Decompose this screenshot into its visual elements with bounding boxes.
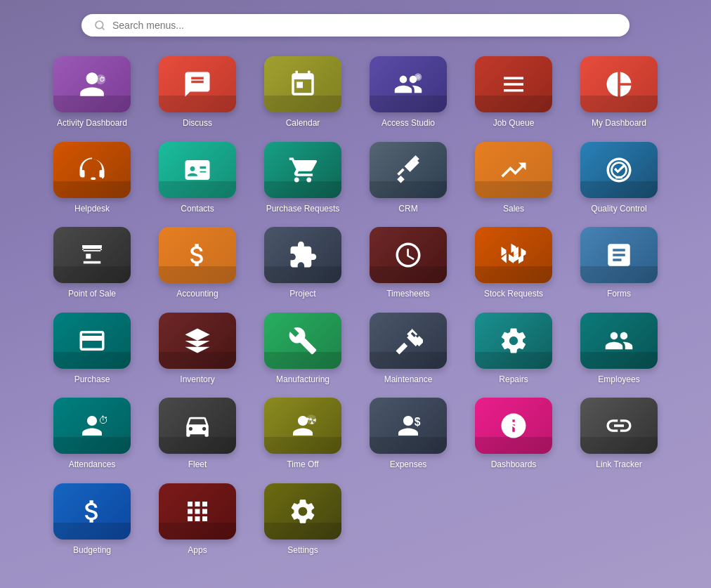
- app-item-link-tracker[interactable]: Link Tracker: [570, 398, 668, 471]
- app-label-attendances: Attendances: [69, 459, 116, 471]
- app-item-maintenance[interactable]: Maintenance: [359, 313, 457, 386]
- app-icon-point-of-sale: [53, 227, 131, 283]
- search-icon: [94, 20, 105, 31]
- app-label-purchase-requests: Purchase Requests: [266, 204, 340, 215]
- app-label-timesheets: Timesheets: [386, 289, 430, 300]
- app-icon-settings: [264, 483, 341, 540]
- app-label-forms: Forms: [607, 289, 631, 300]
- app-item-time-off[interactable]: Time Off: [254, 398, 352, 471]
- svg-text:⏱: ⏱: [98, 414, 107, 426]
- app-icon-accounting: [159, 227, 236, 283]
- app-item-stock-requests[interactable]: Stock Requests: [464, 227, 563, 300]
- app-item-contacts[interactable]: Contacts: [148, 142, 247, 215]
- app-item-fleet[interactable]: Fleet: [148, 398, 247, 471]
- app-item-purchase-requests[interactable]: Purchase Requests: [254, 142, 352, 215]
- app-grid: ⏱Activity DashboardDiscussCalendar⚙Acces…: [14, 56, 697, 556]
- app-label-apps: Apps: [188, 545, 207, 556]
- app-icon-inventory: [159, 313, 236, 369]
- app-icon-crm: [370, 142, 447, 198]
- app-label-settings: Settings: [287, 545, 318, 556]
- search-wrapper: [14, 14, 697, 37]
- app-item-inventory[interactable]: Inventory: [148, 313, 247, 386]
- app-icon-job-queue: [475, 56, 552, 112]
- app-item-discuss[interactable]: Discuss: [148, 56, 247, 129]
- app-item-employees[interactable]: Employees: [570, 313, 668, 386]
- app-icon-repairs: [475, 313, 552, 369]
- app-icon-timesheets: [370, 227, 447, 283]
- app-label-inventory: Inventory: [180, 374, 214, 386]
- app-label-manufacturing: Manufacturing: [276, 374, 330, 386]
- search-input[interactable]: [112, 20, 617, 31]
- app-item-helpdesk[interactable]: Helpdesk: [43, 142, 141, 215]
- app-item-manufacturing[interactable]: Manufacturing: [254, 313, 352, 386]
- app-item-job-queue[interactable]: Job Queue: [464, 56, 563, 129]
- app-icon-discuss: [159, 56, 236, 112]
- app-label-accounting: Accounting: [176, 289, 218, 300]
- app-item-my-dashboard[interactable]: My Dashboard: [570, 56, 668, 129]
- app-label-job-queue: Job Queue: [493, 118, 535, 129]
- app-label-employees: Employees: [598, 374, 639, 386]
- app-icon-time-off: [264, 398, 341, 454]
- app-icon-manufacturing: [264, 313, 341, 369]
- app-item-sales[interactable]: Sales: [464, 142, 563, 215]
- app-item-purchase[interactable]: Purchase: [43, 313, 141, 386]
- app-icon-quality-control: [580, 142, 658, 198]
- app-icon-purchase: [53, 313, 131, 369]
- svg-text:$: $: [415, 416, 421, 428]
- app-label-maintenance: Maintenance: [384, 374, 433, 386]
- app-icon-stock-requests: [475, 227, 552, 283]
- app-item-crm[interactable]: CRM: [359, 142, 457, 215]
- app-label-project: Project: [289, 289, 315, 300]
- app-icon-link-tracker: [580, 398, 658, 454]
- app-item-dashboards[interactable]: Dashboards: [464, 398, 563, 471]
- app-icon-access-studio: ⚙: [370, 56, 447, 112]
- app-item-calendar[interactable]: Calendar: [254, 56, 352, 129]
- app-icon-employees: [580, 313, 658, 369]
- search-bar: [81, 14, 630, 37]
- svg-line-1: [102, 27, 104, 30]
- app-label-time-off: Time Off: [287, 459, 318, 471]
- app-icon-expenses: $: [370, 398, 447, 454]
- app-item-project[interactable]: Project: [254, 227, 352, 300]
- app-label-point-of-sale: Point of Sale: [68, 289, 116, 300]
- app-item-apps[interactable]: Apps: [148, 483, 247, 556]
- app-item-forms[interactable]: Forms: [570, 227, 668, 300]
- app-icon-dashboards: [475, 398, 552, 454]
- app-item-attendances[interactable]: ⏱Attendances: [43, 398, 141, 471]
- app-label-contacts: Contacts: [181, 204, 214, 215]
- app-icon-forms: [580, 227, 658, 283]
- app-item-timesheets[interactable]: Timesheets: [359, 227, 457, 300]
- app-icon-budgeting: [53, 483, 131, 540]
- app-icon-maintenance: [370, 313, 447, 369]
- app-icon-helpdesk: [53, 142, 131, 198]
- app-label-quality-control: Quality Control: [591, 204, 646, 215]
- app-label-calendar: Calendar: [286, 118, 320, 129]
- app-label-sales: Sales: [503, 204, 524, 215]
- app-item-accounting[interactable]: Accounting: [148, 227, 247, 300]
- app-icon-attendances: ⏱: [53, 398, 131, 454]
- app-label-fleet: Fleet: [188, 459, 207, 471]
- app-item-quality-control[interactable]: Quality Control: [570, 142, 668, 215]
- app-icon-contacts: [159, 142, 236, 198]
- app-icon-calendar: [264, 56, 341, 112]
- app-label-link-tracker: Link Tracker: [596, 459, 641, 471]
- app-item-activity-dashboard[interactable]: ⏱Activity Dashboard: [43, 56, 141, 129]
- app-label-budgeting: Budgeting: [73, 545, 111, 556]
- app-item-point-of-sale[interactable]: Point of Sale: [43, 227, 141, 300]
- app-label-dashboards: Dashboards: [491, 459, 537, 471]
- app-icon-purchase-requests: [264, 142, 341, 198]
- app-label-purchase: Purchase: [74, 374, 110, 386]
- app-item-expenses[interactable]: $Expenses: [359, 398, 457, 471]
- app-icon-apps: [159, 483, 236, 540]
- app-icon-sales: [475, 142, 552, 198]
- app-item-repairs[interactable]: Repairs: [464, 313, 563, 386]
- app-item-budgeting[interactable]: Budgeting: [43, 483, 141, 556]
- app-item-access-studio[interactable]: ⚙Access Studio: [359, 56, 457, 129]
- app-label-repairs: Repairs: [499, 374, 528, 386]
- app-icon-project: [264, 227, 341, 283]
- app-item-settings[interactable]: Settings: [254, 483, 352, 556]
- svg-text:⏱: ⏱: [99, 76, 105, 83]
- app-icon-my-dashboard: [580, 56, 658, 112]
- app-label-helpdesk: Helpdesk: [74, 204, 110, 215]
- app-label-stock-requests: Stock Requests: [484, 289, 543, 300]
